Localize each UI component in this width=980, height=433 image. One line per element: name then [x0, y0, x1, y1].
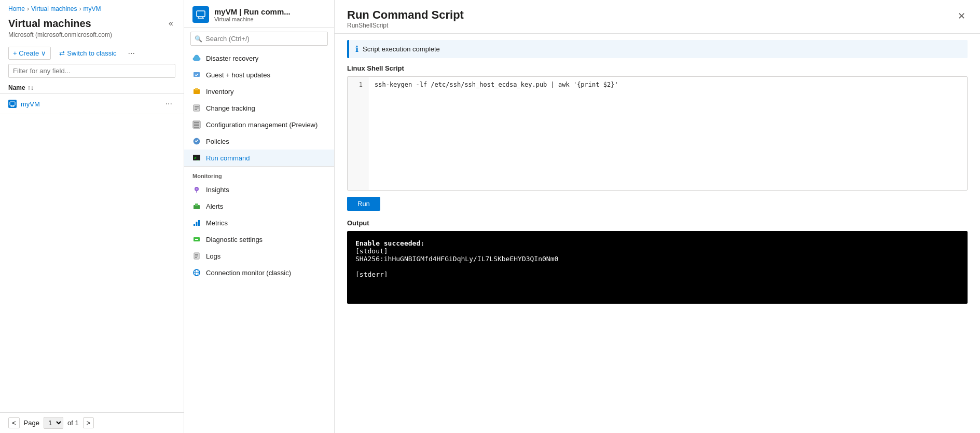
output-line-3: SHA256:ihHuGNBIGMfd4HFGiDqhLy/IL7LSKbeEH…	[355, 255, 959, 263]
code-editor[interactable]: 1 ssh-keygen -lf /etc/ssh/ssh_host_ecdsa…	[347, 76, 968, 191]
vm-list-title: Virtual machines	[8, 18, 91, 30]
metrics-icon	[192, 219, 201, 227]
guest-host-updates-icon	[192, 71, 201, 79]
create-button[interactable]: + Create ∨	[8, 47, 51, 60]
inventory-label: Inventory	[206, 88, 233, 96]
svg-rect-32	[195, 239, 198, 240]
nav-item-policies[interactable]: Policies	[184, 133, 334, 150]
alerts-label: Alerts	[206, 202, 223, 210]
change-tracking-icon	[192, 104, 201, 112]
breadcrumb-vms[interactable]: Virtual machines	[31, 5, 77, 12]
svg-rect-10	[195, 88, 198, 90]
search-input[interactable]	[190, 32, 328, 46]
nav-item-alerts[interactable]: Alerts	[184, 198, 334, 214]
right-panel-subtitle: RunShellScript	[347, 22, 464, 29]
connection-monitor-label: Connection monitor (classic)	[206, 269, 291, 277]
vm-header-icon	[192, 6, 209, 23]
svg-rect-29	[196, 222, 198, 226]
output-line-5: [stderr]	[355, 270, 959, 278]
nav-item-disaster-recovery[interactable]: Disaster recovery	[184, 50, 334, 66]
disaster-recovery-icon	[192, 54, 201, 62]
run-command-icon: >_	[192, 154, 201, 162]
vm-header-text: myVM | Run comm... Virtual machine	[214, 7, 291, 22]
nav-item-run-command[interactable]: >_ Run command	[184, 150, 334, 166]
svg-rect-4	[197, 11, 205, 17]
collapse-button[interactable]: «	[167, 17, 175, 30]
diagnostic-settings-icon	[192, 235, 201, 243]
close-button[interactable]: ✕	[956, 8, 968, 24]
logs-icon	[192, 252, 201, 260]
svg-rect-30	[198, 220, 200, 226]
right-header-text: Run Command Script RunShellScript	[347, 8, 464, 29]
left-panel-title: Virtual machines «	[0, 15, 184, 31]
configuration-management-icon	[192, 120, 201, 129]
svg-text:>_: >_	[194, 156, 199, 160]
name-column-header: Name	[8, 84, 25, 91]
left-panel: Home › Virtual machines › myVM Virtual m…	[0, 0, 184, 433]
vm-header: myVM | Run comm... Virtual machine	[184, 0, 334, 28]
right-panel: Run Command Script RunShellScript ✕ ℹ Sc…	[335, 0, 980, 433]
nav-item-change-tracking[interactable]: Change tracking	[184, 100, 334, 116]
page-label: Page	[24, 419, 39, 427]
tenant-subtitle: Microsoft (microsoft.onmicrosoft.com)	[0, 31, 184, 43]
nav-item-connection-monitor[interactable]: Connection monitor (classic)	[184, 264, 334, 281]
svg-point-24	[196, 188, 198, 190]
filter-input[interactable]	[8, 64, 175, 78]
monitoring-section-header: Monitoring	[184, 166, 334, 181]
switch-classic-button[interactable]: ⇄ Switch to classic	[55, 47, 120, 59]
sort-icon[interactable]: ↑↓	[27, 84, 34, 91]
more-options-button[interactable]: ···	[125, 48, 138, 59]
breadcrumb-home[interactable]: Home	[8, 5, 25, 12]
breadcrumb-current[interactable]: myVM	[84, 5, 101, 12]
search-box: 🔍	[190, 32, 328, 46]
next-page-button[interactable]: >	[83, 417, 94, 428]
prev-page-button[interactable]: <	[8, 417, 20, 428]
output-line-2: [stdout]	[355, 247, 959, 255]
nav-item-configuration-management[interactable]: Configuration management (Preview)	[184, 116, 334, 133]
page-select[interactable]: 1	[44, 417, 63, 429]
table-header: Name ↑↓	[0, 82, 184, 94]
right-header: Run Command Script RunShellScript ✕	[335, 0, 980, 34]
insights-label: Insights	[206, 186, 229, 194]
logs-label: Logs	[206, 252, 220, 260]
nav-item-guest-host-updates[interactable]: Guest + host updates	[184, 66, 334, 83]
nav-item-insights[interactable]: Insights	[184, 181, 334, 198]
create-label: + Create	[13, 49, 39, 57]
switch-classic-label: Switch to classic	[67, 49, 116, 57]
vm-row-icon	[8, 100, 17, 108]
line-numbers: 1	[348, 77, 368, 190]
inventory-icon	[192, 87, 201, 96]
right-panel-title: Run Command Script	[347, 8, 464, 22]
info-icon: ℹ	[355, 44, 358, 54]
page-of-label: of 1	[67, 419, 79, 427]
toolbar: + Create ∨ ⇄ Switch to classic ···	[0, 43, 184, 64]
nav-item-logs[interactable]: Logs	[184, 248, 334, 264]
output-line-1: Enable succeeded:	[355, 239, 959, 247]
nav-item-diagnostic-settings[interactable]: Diagnostic settings	[184, 231, 334, 248]
configuration-management-label: Configuration management (Preview)	[206, 121, 318, 129]
nav-item-metrics[interactable]: Metrics	[184, 214, 334, 231]
guest-host-updates-label: Guest + host updates	[206, 71, 270, 79]
connection-monitor-icon	[192, 268, 201, 277]
breadcrumb: Home › Virtual machines › myVM	[0, 0, 184, 15]
table-row[interactable]: myVM ···	[0, 94, 184, 114]
middle-panel: myVM | Run comm... Virtual machine 🔍 Dis…	[184, 0, 335, 433]
code-content[interactable]: ssh-keygen -lf /etc/ssh/ssh_host_ecdsa_k…	[368, 77, 967, 190]
right-content: Linux Shell Script 1 ssh-keygen -lf /etc…	[335, 64, 980, 433]
create-arrow-icon: ∨	[41, 49, 46, 57]
vm-row-more-button[interactable]: ···	[162, 98, 175, 110]
diagnostic-settings-label: Diagnostic settings	[206, 236, 263, 243]
run-button[interactable]: Run	[347, 197, 380, 211]
svg-rect-28	[194, 224, 195, 226]
script-section-label: Linux Shell Script	[347, 64, 968, 72]
alerts-icon	[192, 202, 201, 210]
policies-label: Policies	[206, 138, 229, 145]
change-tracking-label: Change tracking	[206, 104, 255, 112]
run-command-label: Run command	[206, 154, 250, 162]
info-message: Script execution complete	[363, 45, 440, 53]
nav-item-inventory[interactable]: Inventory	[184, 83, 334, 100]
output-label: Output	[347, 219, 968, 227]
svg-rect-0	[10, 102, 15, 105]
vm-panel-type: Virtual machine	[214, 16, 291, 22]
svg-rect-8	[194, 72, 200, 77]
